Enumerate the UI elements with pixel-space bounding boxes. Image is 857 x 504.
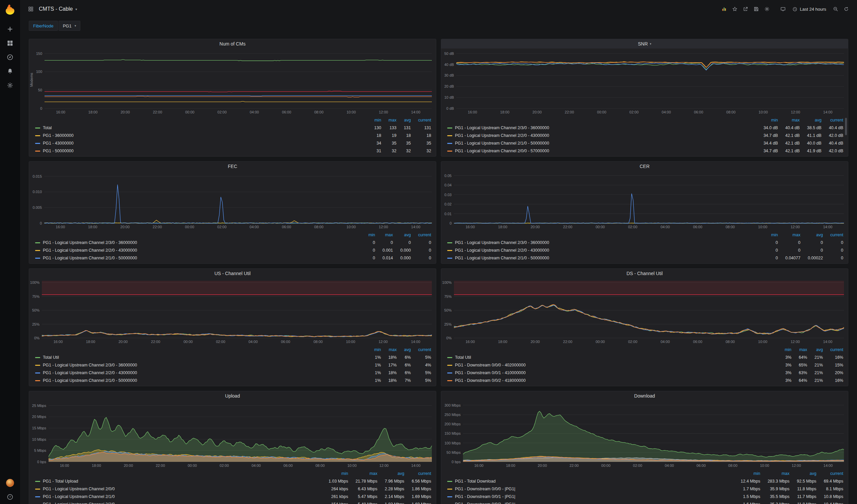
legend-column-max[interactable]: max [375, 231, 393, 239]
chart-area[interactable]: 00.0050.0100.01516:0018:0020:0022:0000:0… [29, 171, 436, 231]
panel-title[interactable]: FEC [228, 164, 237, 169]
panel-header[interactable]: Upload ▾ [29, 391, 436, 401]
series-color-icon[interactable] [35, 496, 40, 497]
sidebar-item-create[interactable] [2, 22, 18, 36]
time-picker-button[interactable]: Last 24 hours [789, 4, 829, 14]
panel-header[interactable]: DS - Channel Util ▾ [441, 269, 848, 278]
series-color-icon[interactable] [447, 258, 452, 259]
chart-area[interactable]: 0 dB10 dB20 dB30 dB40 dB50 dB16:0018:002… [441, 49, 848, 116]
legend-column-max[interactable]: max [381, 116, 397, 124]
panel-menu-caret-icon[interactable]: ▾ [650, 42, 652, 46]
dashboard-grid-icon[interactable] [26, 5, 35, 13]
chart-area[interactable]: 05010015016:0018:0020:0022:0000:0002:000… [29, 49, 436, 116]
series-color-icon[interactable] [35, 380, 40, 381]
series-color-icon[interactable] [447, 496, 452, 497]
series-color-icon[interactable] [447, 250, 452, 251]
legend-column-min[interactable]: min [367, 346, 381, 354]
series-label[interactable]: PG1 - Downstream 0/0/1 - |PG1| [455, 494, 515, 499]
legend-column-avg[interactable]: avg [789, 470, 816, 477]
series-label[interactable]: Total [43, 125, 52, 130]
legend-column-current[interactable]: current [404, 470, 431, 477]
series-color-icon[interactable] [447, 365, 452, 366]
panel-title[interactable]: DS - Channel Util [626, 271, 662, 276]
legend-column-min[interactable]: min [756, 116, 778, 124]
series-color-icon[interactable] [35, 258, 40, 259]
legend-column-avg[interactable]: avg [801, 231, 823, 239]
series-label[interactable]: PG1 - Logical Upstream Channel 2/0/0 [43, 487, 115, 491]
panel-title[interactable]: Download [634, 393, 655, 399]
series-label[interactable]: PG1 - Logical Upstream Channel 2/3/0 - 3… [455, 125, 549, 130]
legend-column-min[interactable]: min [764, 231, 778, 239]
legend-column-avg[interactable]: avg [393, 231, 411, 239]
add-panel-icon[interactable] [719, 5, 729, 13]
legend-column-current[interactable]: current [822, 116, 843, 124]
sidebar-item-configuration[interactable] [2, 78, 18, 93]
series-label[interactable]: PG1 - Logical Upstream Channel 2/1/0 - 5… [43, 378, 137, 383]
series-color-icon[interactable] [447, 135, 452, 136]
series-label[interactable]: PG1 - Logical Upstream Channel 2/2/0 - 4… [455, 133, 549, 138]
panel-title[interactable]: Num of CMs [220, 41, 246, 47]
legend-column-min[interactable]: min [367, 116, 381, 124]
series-label[interactable]: PG1 - Logical Upstream Channel 2/2/0 - 4… [43, 248, 137, 253]
panel-title[interactable]: US - Channel Util [214, 271, 250, 276]
panel-header[interactable]: Download ▾ [441, 391, 848, 401]
series-color-icon[interactable] [447, 489, 452, 490]
series-label[interactable]: Total Util [43, 355, 59, 360]
series-label[interactable]: PG1 - Logical Upstream Channel 2/0/0 - 5… [455, 149, 549, 153]
series-label[interactable]: PG1 - Logical Upstream Channel 2/2/0 - 4… [43, 370, 137, 375]
sidebar-item-alerting[interactable] [2, 64, 18, 78]
panel-header[interactable]: Num of CMs ▾ [29, 39, 436, 49]
series-color-icon[interactable] [447, 151, 452, 152]
legend-column-current[interactable]: current [817, 470, 843, 477]
dashboard-title[interactable]: CMTS - Cable [39, 6, 73, 12]
chart-area[interactable]: 00.010.020.030.040.0516:0018:0020:0022:0… [441, 171, 848, 231]
variable-value-dropdown[interactable]: PG1 ▾ [58, 21, 81, 31]
panel-title[interactable]: SNR [638, 41, 648, 47]
share-icon[interactable] [741, 5, 750, 13]
series-color-icon[interactable] [447, 481, 452, 482]
legend-column-avg[interactable]: avg [807, 346, 823, 354]
series-color-icon[interactable] [35, 372, 40, 373]
series-label[interactable]: PG1 - Downstream 0/0/2 - 418000000 [455, 378, 525, 383]
series-label[interactable]: PG1 - Logical Upstream Channel 2/1/0 - 5… [43, 256, 137, 261]
panel-title[interactable]: Upload [225, 393, 240, 399]
legend-column-avg[interactable]: avg [800, 116, 822, 124]
sidebar-item-help[interactable]: ? [2, 490, 18, 504]
series-label[interactable]: PG1 - Total Upload [43, 479, 78, 484]
series-label[interactable]: PG1 - Logical Upstream Channel 2/1/0 [43, 494, 115, 499]
series-color-icon[interactable] [35, 128, 40, 129]
legend-column-min[interactable]: min [321, 470, 348, 477]
series-label[interactable]: PG1 - 50000000 [43, 149, 74, 153]
series-label[interactable]: PG1 - Downstream 0/0/0 - |PG1| [455, 487, 515, 491]
series-color-icon[interactable] [35, 489, 40, 490]
series-label[interactable]: PG1 - Logical Upstream Channel 2/2/0 - 4… [455, 248, 549, 253]
panel-header[interactable]: US - Channel Util ▾ [29, 269, 436, 278]
series-color-icon[interactable] [447, 242, 452, 243]
panel-header[interactable]: CER ▾ [441, 162, 848, 171]
legend-column-min[interactable]: min [777, 346, 791, 354]
series-color-icon[interactable] [447, 380, 452, 381]
chart-area[interactable]: 0%25%50%75%100%16:0018:0020:0022:0000:00… [29, 278, 436, 346]
series-color-icon[interactable] [447, 357, 452, 358]
series-color-icon[interactable] [35, 365, 40, 366]
chevron-down-icon[interactable]: ▾ [75, 7, 77, 11]
sidebar-item-explore[interactable] [2, 50, 18, 64]
series-label[interactable]: PG1 - Logical Upstream Channel 2/3/0 - 3… [455, 240, 549, 245]
series-label[interactable]: PG1 - Downstream 0/0/2 - |PG1| [455, 502, 515, 504]
series-label[interactable]: PG1 - Logical Upstream Channel 2/2/0 [43, 502, 115, 504]
grafana-logo[interactable] [3, 3, 17, 17]
series-label[interactable]: Total Util [455, 355, 471, 360]
legend-column-max[interactable]: max [348, 470, 377, 477]
star-icon[interactable] [730, 5, 739, 13]
legend-column-max[interactable]: max [760, 470, 789, 477]
series-color-icon[interactable] [447, 143, 452, 144]
legend-column-current[interactable]: current [411, 116, 431, 124]
sidebar-item-dashboards[interactable] [2, 36, 18, 50]
dashboard-settings-icon[interactable] [762, 5, 772, 13]
series-color-icon[interactable] [35, 481, 40, 482]
chart-area[interactable]: 0 bps50 Mbps100 Mbps150 Mbps200 Mbps250 … [441, 401, 848, 469]
legend-column-max[interactable]: max [791, 346, 807, 354]
legend-column-min[interactable]: min [734, 470, 760, 477]
legend-scrollbar[interactable] [845, 118, 847, 135]
legend-column-avg[interactable]: avg [397, 346, 411, 354]
